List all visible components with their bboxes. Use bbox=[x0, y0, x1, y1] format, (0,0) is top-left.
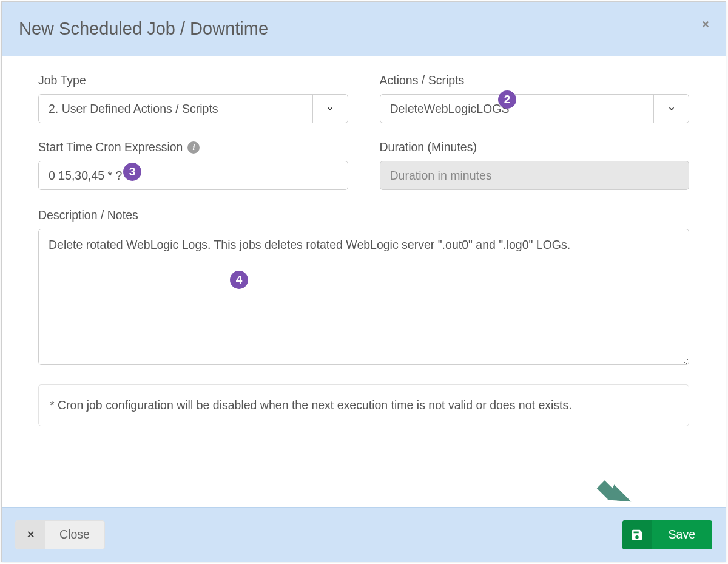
duration-label: Duration (Minutes) bbox=[380, 140, 690, 154]
save-icon bbox=[622, 520, 652, 549]
actions-scripts-select[interactable]: DeleteWebLogicLOGS bbox=[380, 94, 690, 123]
dialog-body: 1 2 3 4 Job Type 2. User Defined Actions… bbox=[2, 56, 726, 507]
cron-label-text: Start Time Cron Expression bbox=[38, 140, 183, 154]
callout-3: 3 bbox=[123, 163, 141, 181]
arrow-icon bbox=[592, 469, 635, 512]
description-textarea[interactable] bbox=[38, 229, 689, 365]
dialog-footer: ✕ Close Save bbox=[2, 507, 726, 562]
info-icon[interactable]: i bbox=[187, 141, 200, 154]
job-type-value: 2. User Defined Actions / Scripts bbox=[39, 95, 312, 123]
close-icon: ✕ bbox=[16, 521, 45, 549]
actions-scripts-value: DeleteWebLogicLOGS bbox=[380, 95, 654, 123]
close-button[interactable]: ✕ Close bbox=[15, 520, 105, 549]
cron-note: * Cron job configuration will be disable… bbox=[38, 384, 689, 426]
callout-4: 4 bbox=[230, 271, 248, 289]
save-button-label: Save bbox=[652, 528, 712, 542]
chevron-down-icon[interactable] bbox=[312, 95, 348, 123]
job-type-select[interactable]: 2. User Defined Actions / Scripts bbox=[38, 94, 348, 123]
description-label: Description / Notes bbox=[38, 208, 689, 222]
close-button-label: Close bbox=[45, 528, 104, 542]
job-type-label: Job Type bbox=[38, 73, 348, 87]
cron-input[interactable] bbox=[38, 161, 348, 190]
titlebar: New Scheduled Job / Downtime × bbox=[2, 2, 726, 56]
dialog-title: New Scheduled Job / Downtime bbox=[19, 19, 268, 39]
close-icon[interactable]: × bbox=[696, 15, 715, 33]
duration-input bbox=[380, 161, 690, 190]
actions-scripts-label: Actions / Scripts bbox=[380, 73, 690, 87]
save-button[interactable]: Save bbox=[622, 520, 712, 549]
chevron-down-icon[interactable] bbox=[653, 95, 689, 123]
callout-2: 2 bbox=[498, 90, 516, 109]
cron-label: Start Time Cron Expression i bbox=[38, 140, 348, 154]
dialog-new-scheduled-job: i New Scheduled Job / Downtime × 1 2 3 4… bbox=[1, 1, 726, 562]
